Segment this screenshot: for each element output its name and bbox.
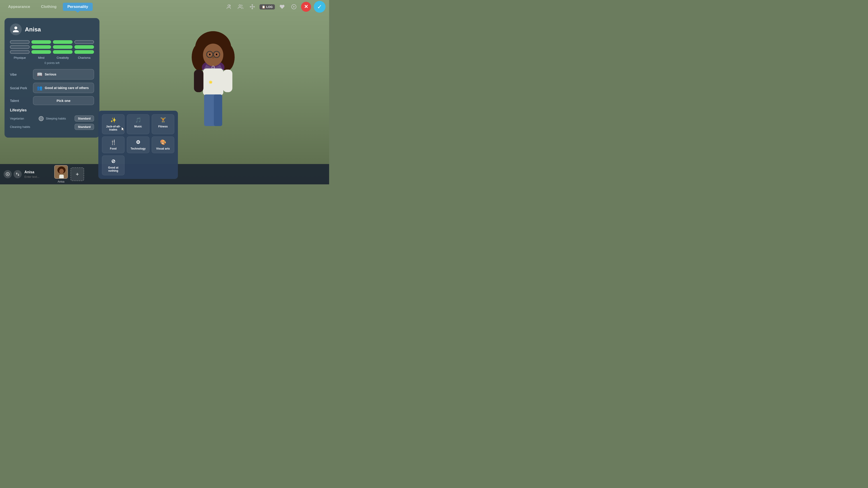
svg-point-1 <box>239 5 241 6</box>
cleaning-habits-button[interactable]: Standard <box>74 124 94 130</box>
nothing-label: Good at nothing <box>104 166 123 172</box>
talent-option-jack[interactable]: ✨ Jack-of-all-trades <box>102 114 125 134</box>
food-label: Food <box>110 147 116 150</box>
talent-value: Pick one <box>57 99 70 103</box>
talent-option-technology[interactable]: ⚙ Technology <box>127 136 149 153</box>
visual-arts-label: Visual arts <box>156 147 170 150</box>
character-svg: 🌟 ☽ <box>177 26 249 152</box>
log-button[interactable]: 📋 LOG <box>259 4 275 9</box>
svg-point-18 <box>216 54 217 55</box>
food-icon: 🍴 <box>110 139 116 145</box>
talent-option-fitness[interactable]: 🏋 Fitness <box>152 114 174 134</box>
charisma-bar-3[interactable] <box>74 50 94 54</box>
talent-option-food[interactable]: 🍴 Food <box>102 136 125 153</box>
talent-option-music[interactable]: 🎵 Music <box>127 114 149 134</box>
physique-bar-1[interactable] <box>10 40 30 44</box>
group-icon[interactable] <box>236 2 245 11</box>
char-thumb-container: Anisa <box>54 165 68 183</box>
social-perk-row: Social Perk 👥 Good at taking care of oth… <box>10 83 94 93</box>
stats-grid: Physique Mind Creativity Charisma <box>10 40 94 59</box>
heart-icon[interactable] <box>278 2 287 11</box>
vibe-value: Serious <box>45 72 56 76</box>
play-icon[interactable] <box>289 2 298 11</box>
points-left: 0 points left <box>10 61 94 65</box>
social-perk-label: Social Perk <box>10 86 30 90</box>
character-avatar <box>10 24 22 35</box>
bottom-name-area: Anisa <box>24 170 52 178</box>
nav-icons: 📋 LOG ✕ ✓ <box>224 1 326 13</box>
vegetarian-toggle[interactable] <box>39 116 43 121</box>
talent-option-visual-arts[interactable]: 🎨 Visual arts <box>152 136 174 153</box>
talent-label: Talent <box>10 99 30 103</box>
top-navigation: Appearance Clothing Personality 📋 LOG ✕ … <box>0 0 329 13</box>
visual-arts-icon: 🎨 <box>160 139 166 145</box>
technology-label: Technology <box>131 147 146 150</box>
music-label: Music <box>134 125 142 128</box>
social-perk-button[interactable]: 👥 Good at taking care of others <box>33 83 94 93</box>
fitness-label: Fitness <box>158 125 168 128</box>
technology-icon: ⚙ <box>136 139 141 145</box>
mind-bar-2[interactable] <box>31 45 51 49</box>
social-perk-value: Good at taking care of others <box>45 86 89 90</box>
left-panel: Anisa Physique Mind Creativity <box>4 18 99 138</box>
svg-rect-22 <box>194 70 204 92</box>
charisma-bar-1[interactable] <box>74 40 94 44</box>
stat-mind: Mind <box>31 40 51 59</box>
svg-point-17 <box>209 54 211 55</box>
bottom-text-input[interactable] <box>24 175 52 178</box>
svg-rect-36 <box>59 175 64 179</box>
creativity-bar-2[interactable] <box>53 45 72 49</box>
svg-rect-26 <box>214 94 222 126</box>
cleaning-habits-label: Cleaning habits <box>10 125 72 129</box>
fitness-icon: 🏋 <box>160 117 166 123</box>
social-perk-icon: 👥 <box>37 85 42 91</box>
mind-bar-1[interactable] <box>31 40 51 44</box>
add-character-button[interactable]: + <box>70 167 84 181</box>
svg-point-0 <box>228 5 230 6</box>
svg-text:🌟: 🌟 <box>209 80 213 84</box>
character-header: Anisa <box>10 24 94 35</box>
charisma-label: Charisma <box>78 56 91 59</box>
svg-rect-23 <box>223 70 232 92</box>
vibe-button[interactable]: 📖 Serious <box>33 69 94 79</box>
creativity-bar-1[interactable] <box>53 40 72 44</box>
vibe-label: Vibe <box>10 72 30 76</box>
svg-rect-25 <box>204 94 213 126</box>
log-icon: 📋 <box>262 5 266 8</box>
tab-clothing[interactable]: Clothing <box>36 3 61 11</box>
confirm-button[interactable]: ✓ <box>314 1 326 13</box>
bottom-char-name: Anisa <box>24 170 52 174</box>
talent-option-nothing[interactable]: ⊘ Good at nothing <box>102 156 125 175</box>
relationships-icon[interactable] <box>224 2 233 11</box>
tab-personality[interactable]: Personality <box>63 3 93 11</box>
creativity-label: Creativity <box>57 56 69 59</box>
physique-label: Physique <box>14 56 26 59</box>
add-icon: + <box>76 171 79 177</box>
physique-bar-2[interactable] <box>10 45 30 49</box>
move-icon[interactable] <box>248 2 257 11</box>
bottom-controls <box>4 170 22 178</box>
creativity-bar-3[interactable] <box>53 50 72 54</box>
log-label: LOG <box>266 5 273 8</box>
vegetarian-row: Vegetarian Sleeping habits Standard <box>10 116 94 122</box>
cancel-button[interactable]: ✕ <box>301 2 311 12</box>
physique-bar-3[interactable] <box>10 50 30 54</box>
jack-label: Jack-of-all-trades <box>104 125 123 131</box>
charisma-bar-2[interactable] <box>74 45 94 49</box>
add-character-small-button[interactable] <box>4 170 12 178</box>
svg-point-19 <box>212 57 214 59</box>
sleeping-habits-button[interactable]: Standard <box>74 116 94 122</box>
talent-row: Talent Pick one <box>10 96 94 105</box>
mind-bar-3[interactable] <box>31 50 51 54</box>
sleeping-habits-label: Sleeping habits <box>46 117 72 120</box>
tab-appearance[interactable]: Appearance <box>4 3 35 11</box>
vegetarian-label: Vegetarian <box>10 117 36 120</box>
swap-icon[interactable] <box>13 170 22 178</box>
svg-text:☽: ☽ <box>212 66 215 69</box>
svg-rect-20 <box>203 68 223 96</box>
character-name: Anisa <box>25 26 41 33</box>
talent-button[interactable]: Pick one <box>33 96 94 105</box>
nothing-icon: ⊘ <box>111 158 115 164</box>
char-thumbnail[interactable] <box>54 165 68 179</box>
char-thumb-label: Anisa <box>58 180 64 183</box>
